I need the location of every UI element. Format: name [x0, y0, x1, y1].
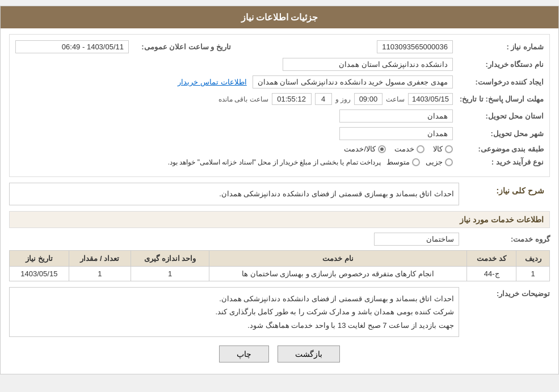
cell-code: ج-44: [466, 267, 516, 281]
shahr-tahvil-value: همدان: [339, 127, 453, 140]
col-count: تعداد / مقدار: [69, 251, 131, 267]
radio-kala-khadamat-label: کالا/خدمت: [344, 145, 376, 153]
mohlat-time: 09:00: [354, 93, 383, 105]
grohe-khadamat-label: گروه خدمت:: [459, 235, 550, 243]
cell-count: 1: [69, 267, 131, 281]
col-date: تاریخ نیاز: [10, 251, 69, 267]
tabaqe-options: کالا خدمت کالا/خدمت: [344, 145, 453, 153]
col-name: نام خدمت: [209, 251, 467, 267]
radio-motavasset-circle: [412, 158, 420, 166]
farayand-text: پرداخت تمام یا بخشی از مبلغ خریدار از مح…: [168, 158, 381, 166]
service-info-title: اطلاعات خدمات مورد نیاز: [9, 211, 550, 228]
print-button[interactable]: چاپ: [219, 345, 269, 363]
tarikhe-elan-value: 1403/05/11 - 06:49: [15, 40, 129, 53]
grohe-khadamat-value: ساختمان: [374, 233, 459, 246]
page-title: جزئیات اطلاعات نیاز: [241, 12, 318, 22]
table-row: 1 ج-44 انجام کارهای متفرقه درخصوص بازساز…: [10, 267, 550, 281]
mohlat-remaining: 01:55:12: [272, 93, 312, 105]
noe-farayand-label: نوع فرآیند خرید :: [453, 158, 544, 166]
tarikhe-elan-label: تاریخ و ساعت اعلان عمومی:: [129, 43, 231, 51]
ostan-tahvil-value: همدان: [339, 109, 453, 123]
mohlat-date: 1403/05/15: [408, 93, 453, 105]
back-button[interactable]: بازگشت: [278, 345, 340, 363]
shomare-niaz-value: 1103093565000036: [377, 40, 453, 53]
radio-jozi-circle: [445, 158, 453, 166]
radio-jozi-label: جزیی: [426, 158, 443, 166]
mohlat-label: مهلت ارسال پاسخ: تا تاریخ:: [453, 95, 544, 103]
col-unit: واحد اندازه گیری: [131, 251, 209, 267]
button-row: بازگشت چاپ: [9, 345, 550, 363]
notes-label: توضیحات خریدار:: [459, 287, 550, 298]
radio-kala: کالا: [433, 145, 453, 153]
nam-dastgah-value: دانشکده دندانپزشکی استان همدان: [283, 58, 453, 71]
radio-motavasset: متوسط: [386, 158, 420, 166]
cell-unit: 1: [131, 267, 209, 281]
mohlat-roz-label: روز و: [335, 95, 351, 103]
col-radif: ردیف: [516, 251, 550, 267]
notes-value: احداث اتاق بسماند و بهسازی قسمتی از فضای…: [9, 287, 459, 337]
mohlat-time-label: ساعت: [386, 95, 405, 103]
tabaqe-movzoi-label: طبقه بندی موضوعی:: [453, 145, 544, 153]
radio-kala-label: کالا: [433, 145, 443, 153]
cell-radif: 1: [516, 267, 550, 281]
radio-kala-khadamat-circle: [378, 145, 386, 153]
radio-motavasset-label: متوسط: [386, 158, 410, 166]
radio-khadamat-label: خدمت: [394, 145, 414, 153]
farayand-options: جزیی متوسط پرداخت تمام یا بخشی از مبلغ خ…: [168, 158, 453, 166]
sharh-value: احداث اتاق بسماند و بهسازی قسمتی از فضای…: [9, 183, 459, 205]
radio-kala-circle: [445, 145, 453, 153]
col-code: کد خدمت: [466, 251, 516, 267]
ijad-konande-value: مهدی جعفری مسول خرید دانشکده دندانپزشکی …: [253, 75, 453, 88]
cell-name: انجام کارهای متفرقه درخصوص بازسازی و بهس…: [209, 267, 467, 281]
cell-date: 1403/05/15: [10, 267, 69, 281]
shahr-tahvil-label: شهر محل تحویل:: [453, 129, 544, 138]
mohlat-remaining-label: ساعت باقی مانده: [218, 95, 268, 103]
page-header: جزئیات اطلاعات نیاز: [1, 6, 558, 28]
radio-jozi: جزیی: [426, 158, 453, 166]
tamas-khardar-link[interactable]: اطلاعات تماس خریدار: [178, 78, 246, 86]
radio-khadamat: خدمت: [394, 145, 424, 153]
ijad-konande-label: ایجاد کننده درخواست:: [453, 78, 544, 86]
nam-dastgah-label: نام دستگاه خریدار:: [453, 60, 544, 69]
ostan-tahvil-label: استان محل تحویل:: [453, 112, 544, 120]
sharh-label: شرح کلی نیاز:: [459, 183, 550, 199]
shomare-niaz-label: شماره نیاز :: [453, 43, 544, 51]
services-table: ردیف کد خدمت نام خدمت واحد اندازه گیری ت…: [9, 250, 550, 281]
mohlat-roz: 4: [315, 93, 332, 105]
radio-kala-khadamat: کالا/خدمت: [344, 145, 386, 153]
radio-khadamat-circle: [417, 145, 424, 153]
